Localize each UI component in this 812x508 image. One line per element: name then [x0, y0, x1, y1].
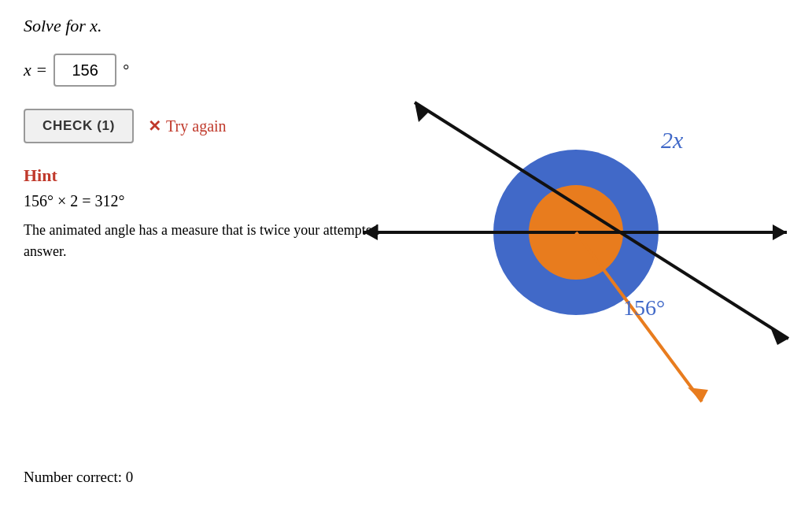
156-label: 156°: [623, 295, 665, 320]
number-correct: Number correct: 0: [24, 469, 133, 486]
degree-symbol: °: [123, 61, 129, 80]
answer-input[interactable]: [54, 54, 116, 87]
page: Solve for x. x = ° CHECK (1) ✕ Try again…: [0, 0, 812, 508]
hint-text: The animated angle has a measure that is…: [24, 220, 386, 262]
solve-for-label: Solve for: [24, 16, 90, 35]
2x-label: 2x: [661, 127, 684, 153]
arrow-left: [364, 224, 378, 240]
solve-var: x: [90, 16, 98, 35]
solve-period: .: [98, 16, 102, 35]
x-icon: ✕: [148, 117, 161, 135]
check-button[interactable]: CHECK (1): [24, 109, 134, 143]
try-again-label: Try again: [166, 117, 226, 135]
try-again: ✕ Try again: [148, 117, 226, 135]
arrow-right: [773, 224, 787, 240]
diagram: 2x 156°: [356, 32, 796, 441]
eq-label: x =: [24, 60, 47, 80]
orange-arrow: [688, 387, 708, 402]
